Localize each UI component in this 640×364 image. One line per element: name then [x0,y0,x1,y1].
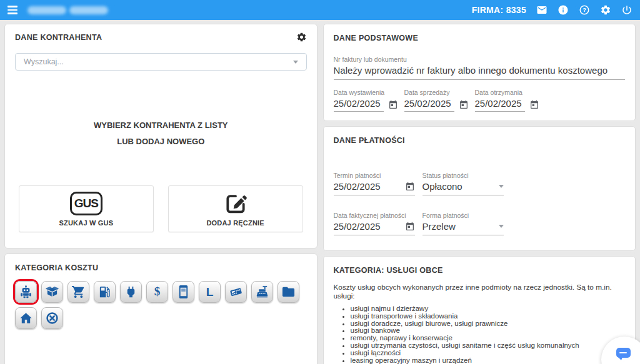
calendar-icon[interactable] [529,100,539,110]
menu-icon[interactable] [8,6,18,14]
category-icon-grid: $ L [15,281,307,329]
manual-button-label: DODAJ RĘCZNIE [206,219,264,227]
status-platnosci-select[interactable]: Status płatności Opłacono [422,172,504,195]
category-package-button[interactable] [41,281,63,303]
folder-icon [281,285,296,299]
gus-logo-icon: GUS [70,192,102,215]
category-register-button[interactable] [251,281,273,303]
panel-title: DANE PODSTAWOWE [334,34,419,42]
dodaj-recznie-button[interactable]: DODAJ RĘCZNIE [168,185,303,232]
list-item: usługi łączności [351,350,626,357]
letter-l-icon: L [202,285,217,299]
power-icon[interactable] [621,4,632,16]
edit-icon [224,192,248,215]
robot-icon [19,285,33,299]
panel-title: DANE KONTRAHENTA [15,33,102,42]
mail-icon[interactable] [536,4,548,16]
category-robot-button[interactable] [15,281,37,303]
topbar: FIRMA: 8335 ? [0,0,640,20]
help-icon[interactable]: ? [579,4,590,16]
category-folder-button[interactable] [278,281,299,303]
calculator-icon [229,285,243,299]
category-plug-button[interactable] [120,281,142,303]
firma-label: FIRMA: 8335 [472,5,526,15]
data-wystawienia-field[interactable]: Data wystawienia 25/02/2025 [334,89,398,112]
settings-icon[interactable] [296,32,307,42]
list-item: usługi transportowe i składowania [351,313,626,320]
panel-title: DANE PŁATNOŚCI [334,136,405,145]
szukaj-w-gus-button[interactable]: GUS SZUKAJ W GUS [19,185,154,232]
data-faktycznej-platnosci-field[interactable]: Data faktycznej płatności 25/02/2025 [334,212,415,235]
power-plug-icon [124,285,138,299]
panel-dane-kontrahenta: DANE KONTRAHENTA Wyszukaj... WYBIERZ KON… [4,24,318,248]
category-services-list: usługi najmu i dzierżawy usługi transpor… [334,305,626,364]
calendar-icon[interactable] [388,100,398,110]
list-item: leasing operacyjny maszyn i urządzeń [351,357,626,364]
chevron-down-icon [499,225,504,228]
termin-platnosci-field[interactable]: Termin płatności 25/02/2025 [334,172,415,195]
settings-icon[interactable] [600,4,611,16]
fuel-pump-icon [98,285,112,299]
category-description: Koszty usług obcych wykonanych przez inn… [334,283,626,300]
empty-state-text: WYBIERZ KONTRAHENTA Z LISTY LUB DODAJ NO… [15,121,307,146]
list-item: usługi utrzymania czystości, usługi sani… [351,342,626,350]
calendar-icon[interactable] [459,100,469,110]
forma-platnosci-select[interactable]: Forma płatności Przelew [422,212,504,235]
category-phone-button[interactable] [172,281,194,303]
category-cancel-button[interactable] [41,307,63,329]
panel-title: KATEGORIA: USŁUGI OBCE [334,266,443,275]
house-icon [19,311,33,325]
category-dollar-button[interactable]: $ [146,281,168,303]
panel-title: KATEGORIA KOSZTU [15,263,98,272]
chevron-down-icon [499,185,504,188]
svg-text:?: ? [582,7,586,13]
category-letter-l-button[interactable]: L [199,281,221,303]
svg-text:$: $ [154,285,161,298]
cash-register-icon [255,285,269,299]
panel-kategoria-info: KATEGORIA: USŁUGI OBCE Koszty usług obcy… [323,256,636,364]
choose-from-list-text: WYBIERZ KONTRAHENTA Z LISTY [15,121,307,130]
user-name-redacted [28,6,108,14]
data-sprzedazy-field[interactable]: Data sprzedaży 25/02/2025 [404,89,469,112]
panel-dane-platnosci: DANE PŁATNOŚCI Termin płatności 25/02/20… [323,126,636,251]
panel-kategoria-kosztu: KATEGORIA KOSZTU [4,253,318,364]
invoice-number-field[interactable]: Nr faktury lub dokumentu Należy wprowadz… [334,56,626,80]
calendar-icon[interactable] [405,222,415,232]
data-otrzymania-field[interactable]: Data otrzymania 25/02/2025 [475,89,539,112]
contractor-search-input[interactable]: Wyszukaj... [15,53,307,71]
or-add-new-text: LUB DODAJ NOWEGO [15,137,307,146]
category-cart-button[interactable] [68,281,89,303]
chevron-down-icon [293,61,298,64]
panel-dane-podstawowe: DANE PODSTAWOWE Nr faktury lub dokumentu… [323,24,636,121]
info-icon[interactable] [558,4,569,16]
search-placeholder: Wyszukaj... [24,57,64,66]
calendar-icon[interactable] [405,182,415,192]
category-house-button[interactable] [15,307,37,329]
dollar-icon: $ [150,285,164,299]
package-box-icon [45,285,59,299]
mobile-phone-icon [176,285,191,299]
invoice-number-label: Nr faktury lub dokumentu [334,56,626,63]
category-fuel-button[interactable] [94,281,116,303]
gus-button-label: SZUKAJ W GUS [59,219,114,227]
shopping-cart-icon [71,285,86,299]
cancel-icon [45,311,59,325]
invoice-number-placeholder: Należy wprowadzić nr faktury albo innego… [334,65,626,80]
chat-icon [616,348,631,358]
category-calculator-button[interactable] [225,281,247,303]
svg-text:L: L [206,285,214,298]
